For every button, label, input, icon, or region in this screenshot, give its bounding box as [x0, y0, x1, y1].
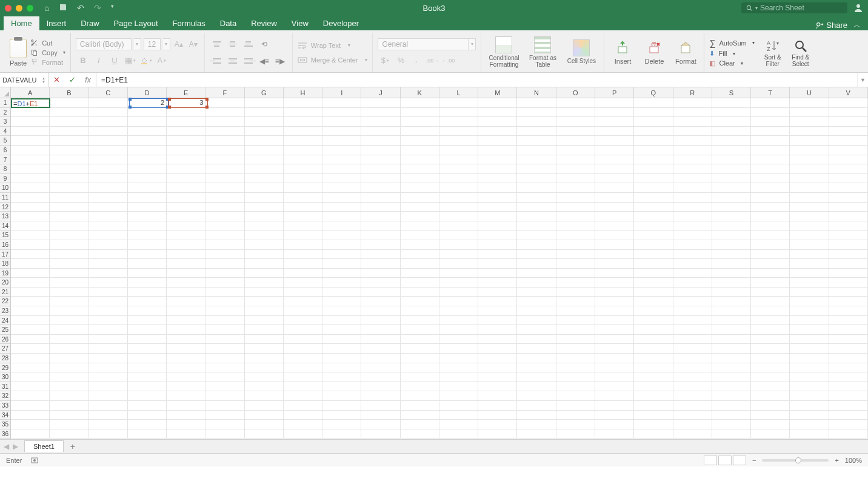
- cell[interactable]: [478, 146, 517, 155]
- cell[interactable]: [322, 411, 361, 420]
- cell[interactable]: [50, 183, 88, 193]
- cell[interactable]: [517, 98, 556, 108]
- cell[interactable]: [11, 183, 50, 193]
- cell[interactable]: [595, 316, 634, 326]
- cell[interactable]: [322, 155, 361, 165]
- cell[interactable]: [595, 411, 634, 420]
- cell[interactable]: [556, 240, 595, 250]
- column-header[interactable]: T: [751, 87, 790, 98]
- row-header[interactable]: 35: [0, 420, 10, 429]
- cell[interactable]: [439, 391, 478, 401]
- cell[interactable]: [556, 117, 595, 127]
- cell[interactable]: [167, 174, 205, 184]
- cell[interactable]: [205, 372, 244, 382]
- cell[interactable]: [556, 183, 595, 193]
- cell[interactable]: [829, 98, 868, 108]
- cell[interactable]: [634, 183, 673, 193]
- cell[interactable]: [673, 193, 712, 203]
- cell[interactable]: [245, 203, 284, 212]
- cell[interactable]: [517, 344, 556, 354]
- cell[interactable]: [712, 183, 751, 193]
- cell[interactable]: [751, 221, 790, 231]
- column-header[interactable]: G: [245, 87, 284, 98]
- copy-button[interactable]: Copy▾: [30, 49, 65, 56]
- cell[interactable]: [829, 335, 868, 345]
- cell[interactable]: [245, 297, 284, 306]
- cell[interactable]: [89, 401, 128, 411]
- cell[interactable]: [790, 259, 829, 269]
- cell[interactable]: [11, 354, 50, 363]
- cell[interactable]: [751, 98, 790, 108]
- cell[interactable]: [128, 297, 167, 306]
- cell[interactable]: [401, 363, 439, 373]
- cell[interactable]: [790, 325, 829, 335]
- cell[interactable]: [128, 193, 167, 203]
- cancel-formula-button[interactable]: ✕: [48, 75, 64, 84]
- cell[interactable]: [284, 117, 322, 127]
- cell[interactable]: [50, 306, 88, 316]
- fx-icon[interactable]: fx: [80, 76, 96, 84]
- cell[interactable]: [673, 401, 712, 411]
- cell[interactable]: [167, 297, 205, 306]
- number-format-select[interactable]: General: [378, 38, 469, 50]
- cell[interactable]: [322, 193, 361, 203]
- cell[interactable]: [322, 278, 361, 288]
- cell[interactable]: [556, 278, 595, 288]
- orientation-button[interactable]: ⟲: [257, 38, 272, 51]
- cell[interactable]: [751, 372, 790, 382]
- cell[interactable]: [712, 278, 751, 288]
- tab-draw[interactable]: Draw: [73, 16, 106, 30]
- cell[interactable]: [439, 401, 478, 411]
- cell[interactable]: [245, 117, 284, 127]
- cell[interactable]: [167, 203, 205, 212]
- cell[interactable]: [439, 259, 478, 269]
- cell[interactable]: [401, 297, 439, 306]
- cell[interactable]: [634, 382, 673, 392]
- row-header[interactable]: 21: [0, 288, 10, 297]
- cell[interactable]: [712, 164, 751, 174]
- cell[interactable]: [712, 306, 751, 316]
- column-header[interactable]: D: [128, 87, 167, 98]
- cell[interactable]: [11, 136, 50, 146]
- cell[interactable]: [361, 411, 400, 420]
- cell[interactable]: [634, 372, 673, 382]
- cell[interactable]: [284, 127, 322, 136]
- cell[interactable]: [245, 363, 284, 373]
- cell[interactable]: [751, 259, 790, 269]
- cell[interactable]: [517, 174, 556, 184]
- cell[interactable]: [128, 429, 167, 439]
- cell[interactable]: [712, 297, 751, 306]
- cell[interactable]: [361, 183, 400, 193]
- cell[interactable]: [128, 382, 167, 392]
- decrease-font-button[interactable]: A▾: [187, 38, 199, 50]
- cell[interactable]: [205, 354, 244, 363]
- tab-insert[interactable]: Insert: [39, 16, 74, 30]
- cell[interactable]: [284, 306, 322, 316]
- cell[interactable]: [401, 155, 439, 165]
- column-header[interactable]: K: [401, 87, 439, 98]
- cell[interactable]: [829, 306, 868, 316]
- cell[interactable]: [361, 250, 400, 260]
- cell[interactable]: [634, 297, 673, 306]
- cell[interactable]: [478, 136, 517, 146]
- cell[interactable]: [89, 127, 128, 136]
- row-header[interactable]: 4: [0, 127, 10, 136]
- cell[interactable]: [439, 335, 478, 345]
- cell[interactable]: [11, 316, 50, 326]
- cell[interactable]: [128, 183, 167, 193]
- cell[interactable]: [595, 344, 634, 354]
- cell[interactable]: [89, 429, 128, 439]
- cell[interactable]: [361, 212, 400, 221]
- cell[interactable]: [284, 278, 322, 288]
- cell[interactable]: [439, 325, 478, 335]
- cell[interactable]: [401, 164, 439, 174]
- cell[interactable]: [673, 174, 712, 184]
- cell[interactable]: [673, 240, 712, 250]
- cell[interactable]: [50, 155, 88, 165]
- cell[interactable]: [673, 411, 712, 420]
- cell[interactable]: [245, 98, 284, 108]
- sheet-nav-prev-icon[interactable]: ◀: [4, 442, 9, 451]
- column-header[interactable]: P: [595, 87, 634, 98]
- cell[interactable]: [751, 193, 790, 203]
- cell[interactable]: [556, 98, 595, 108]
